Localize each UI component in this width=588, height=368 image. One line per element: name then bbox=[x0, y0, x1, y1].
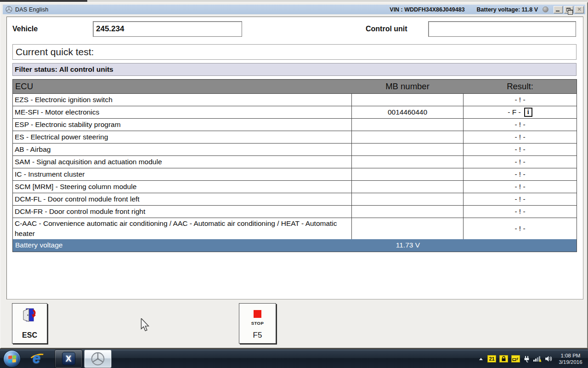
mercedes-star-icon bbox=[91, 352, 105, 366]
xentry-icon: X bbox=[62, 352, 75, 365]
ecu-rows: EZS - Electronic ignition switch- ! -ME-… bbox=[13, 94, 577, 239]
table-row[interactable]: DCM-FR - Door control module front right… bbox=[13, 206, 577, 218]
notification-count-badge[interactable]: 21 bbox=[487, 355, 496, 362]
battery-row-label: Battery voltage bbox=[13, 241, 62, 249]
mb-number-cell bbox=[351, 218, 464, 239]
result-cell: - ! - bbox=[464, 168, 577, 180]
result-text: - ! - bbox=[514, 207, 525, 216]
close-button[interactable]: ✕ bbox=[575, 6, 584, 13]
mercedes-logo-icon bbox=[6, 6, 12, 13]
function-button-bar: ESC STOP F5 bbox=[1, 299, 588, 350]
screen: DAS English VIN : WDDFH34X86J049483 Batt… bbox=[0, 0, 588, 368]
result-text: - ! - bbox=[514, 145, 525, 154]
ecu-cell: ME-SFI - Motor electronics bbox=[13, 106, 351, 118]
result-text: - F - bbox=[508, 108, 520, 116]
mb-number-cell bbox=[351, 156, 464, 168]
ecu-cell: SCM [MRM] - Steering column module bbox=[13, 181, 351, 193]
mb-number-cell bbox=[351, 119, 464, 131]
stop-label: STOP bbox=[251, 321, 264, 326]
result-cell: - ! - bbox=[464, 144, 577, 155]
result-text: - ! - bbox=[514, 158, 525, 166]
info-icon[interactable]: i bbox=[524, 108, 532, 117]
internet-explorer-button[interactable]: e bbox=[29, 350, 47, 368]
table-row[interactable]: C-AAC - Convenience automatic air condit… bbox=[13, 218, 577, 239]
result-cell: - ! - bbox=[464, 206, 577, 218]
ecu-cell: AB - Airbag bbox=[13, 144, 351, 155]
mb-number-cell bbox=[351, 94, 464, 106]
show-hidden-icons-button[interactable] bbox=[479, 358, 483, 360]
result-text: - ! - bbox=[514, 224, 525, 233]
network-signal-tray-icon[interactable] bbox=[533, 356, 542, 362]
power-plug-tray-icon[interactable] bbox=[523, 356, 530, 362]
result-cell: - ! - bbox=[464, 131, 577, 143]
ecu-cell: C-AAC - Convenience automatic air condit… bbox=[13, 218, 351, 239]
titlebar: DAS English VIN : WDDFH34X86J049483 Batt… bbox=[3, 5, 585, 14]
quick-test-title-box: Current quick test: bbox=[12, 44, 577, 60]
result-text: - ! - bbox=[514, 96, 525, 104]
volume-tray-icon[interactable] bbox=[545, 356, 553, 362]
result-text: - ! - bbox=[514, 133, 525, 141]
vehicle-input[interactable] bbox=[93, 21, 242, 37]
table-row[interactable]: SCM [MRM] - Steering column module- ! - bbox=[13, 181, 577, 193]
result-cell: - ! - bbox=[464, 193, 577, 205]
restore-icon bbox=[566, 8, 571, 12]
col-header-result: Result: bbox=[464, 81, 577, 92]
mb-number-cell bbox=[351, 144, 464, 155]
result-cell: - ! - bbox=[464, 218, 577, 239]
col-header-mb-number: MB number bbox=[351, 81, 464, 92]
start-button[interactable] bbox=[3, 350, 21, 368]
result-cell: - F -i bbox=[464, 106, 577, 118]
taskbar-item-das-active[interactable] bbox=[84, 350, 112, 368]
table-row[interactable]: AB - Airbag- ! - bbox=[13, 144, 577, 156]
f5-button-label: F5 bbox=[253, 331, 262, 340]
esc-button-label: ESC bbox=[22, 331, 37, 339]
table-row[interactable]: DCM-FL - Door control module front left-… bbox=[13, 193, 577, 206]
ecu-cell: DCM-FR - Door control module front right bbox=[13, 206, 351, 218]
result-text: - ! - bbox=[514, 170, 525, 178]
result-cell: - ! - bbox=[464, 181, 577, 193]
windows-logo-icon bbox=[8, 355, 16, 362]
result-text: - ! - bbox=[514, 183, 525, 191]
lock-tray-icon[interactable] bbox=[499, 355, 508, 362]
taskbar-clock[interactable]: 1:08 PM 3/19/2016 bbox=[556, 352, 585, 365]
system-tray: 21 bbox=[479, 349, 585, 368]
ecu-cell: EZS - Electronic ignition switch bbox=[13, 94, 351, 106]
result-text: - ! - bbox=[514, 195, 525, 203]
mb-number-cell bbox=[351, 131, 464, 143]
connection-tray-icon[interactable] bbox=[511, 355, 520, 362]
table-row[interactable]: ESP - Electronic stability program- ! - bbox=[13, 119, 577, 131]
result-cell: - ! - bbox=[464, 94, 577, 106]
filter-status-text: Filter status: All control units bbox=[15, 65, 113, 74]
clock-time: 1:08 PM bbox=[561, 353, 581, 358]
esc-button[interactable]: ESC bbox=[12, 303, 47, 344]
ecu-cell: ES - Electrical power steering bbox=[13, 131, 351, 143]
minimize-icon bbox=[556, 11, 560, 12]
table-row[interactable]: ES - Electrical power steering- ! - bbox=[13, 131, 577, 144]
table-row[interactable]: EZS - Electronic ignition switch- ! - bbox=[13, 94, 577, 106]
restore-button[interactable] bbox=[564, 6, 573, 13]
table-row[interactable]: ME-SFI - Motor electronics0014460440- F … bbox=[13, 106, 577, 119]
battery-row-value: 11.73 V bbox=[352, 239, 464, 251]
result-cell: - ! - bbox=[464, 156, 577, 168]
vehicle-label: Vehicle bbox=[12, 25, 38, 33]
table-row[interactable]: IC - Instrument cluster- ! - bbox=[13, 168, 577, 181]
stop-icon bbox=[254, 310, 261, 318]
ecu-cell: DCM-FL - Door control module front left bbox=[13, 193, 351, 205]
mb-number-cell bbox=[351, 206, 464, 218]
clock-date: 3/19/2016 bbox=[559, 359, 582, 365]
control-unit-label: Control unit bbox=[366, 25, 407, 33]
table-row[interactable]: SAM - Signal acquisition and actuation m… bbox=[13, 156, 577, 168]
control-unit-input[interactable] bbox=[428, 21, 576, 37]
ie-e-icon: e bbox=[33, 350, 40, 367]
result-cell: - ! - bbox=[464, 119, 577, 131]
minimize-button[interactable] bbox=[554, 6, 563, 13]
ecu-cell: SAM - Signal acquisition and actuation m… bbox=[13, 156, 351, 168]
col-header-ecu: ECU bbox=[13, 81, 351, 92]
taskbar-item-xentry[interactable]: X bbox=[55, 350, 82, 368]
mb-number-cell: 0014460440 bbox=[351, 106, 464, 118]
ecu-cell: ESP - Electronic stability program bbox=[13, 119, 351, 131]
f5-stop-button[interactable]: STOP F5 bbox=[239, 303, 276, 344]
window-title: DAS English bbox=[15, 6, 48, 13]
ecu-cell: IC - Instrument cluster bbox=[13, 168, 351, 180]
das-window: DAS English VIN : WDDFH34X86J049483 Batt… bbox=[0, 2, 588, 349]
